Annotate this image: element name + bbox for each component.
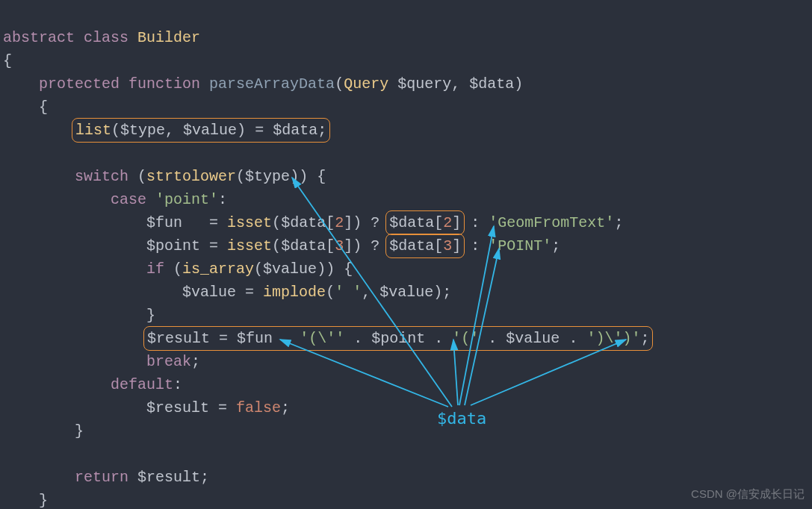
num-2: 2 — [443, 214, 452, 231]
highlight-data2: $data[2] — [385, 210, 465, 235]
num-2: 2 — [335, 214, 344, 231]
op-assign: = — [255, 122, 264, 139]
type-query: Query — [344, 75, 388, 93]
brace-close: } — [146, 307, 155, 324]
var-value: $value — [182, 284, 236, 301]
var-fun: $fun — [237, 330, 273, 347]
str-part2: '(' — [452, 330, 479, 347]
var-result: $result — [147, 330, 210, 347]
brace-close: } — [39, 492, 48, 509]
code-line-14: $result = $fun . '(\'' . $point . '(' . … — [3, 330, 650, 347]
brace-close: } — [75, 422, 84, 440]
var-data: $data — [389, 214, 434, 231]
kw-class: class — [84, 29, 128, 46]
code-line-16: default: — [3, 376, 182, 393]
highlight-result-assign: $result = $fun . '(\'' . $point . '(' . … — [143, 326, 653, 351]
fn-list: list — [75, 122, 111, 139]
code-line-3: protected function parseArrayData(Query … — [3, 75, 523, 93]
highlight-list-assign: list($type, $value) = $data; — [72, 118, 330, 143]
var-value: $value — [379, 284, 433, 301]
var-value: $value — [506, 330, 560, 347]
code-line-18: } — [3, 422, 84, 440]
fn-isset: isset — [227, 214, 272, 231]
code-line-2: { — [3, 52, 12, 69]
kw-abstract: abstract — [3, 29, 75, 46]
code-line-17: $result = false; — [3, 399, 290, 416]
fn-isset: isset — [227, 237, 272, 254]
kw-return: return — [75, 469, 128, 486]
code-line-20: return $result; — [3, 469, 209, 486]
num-3: 3 — [443, 237, 452, 254]
kw-default: default — [111, 376, 173, 393]
const-false: false — [236, 399, 281, 416]
var-data: $data — [281, 214, 326, 231]
fn-isarray: is_array — [182, 260, 254, 278]
var-data: $data — [469, 75, 514, 93]
code-line-21: } — [3, 492, 48, 509]
code-line-15: break; — [3, 353, 200, 370]
brace-open: { — [39, 99, 48, 116]
var-value: $value — [183, 122, 237, 139]
var-data: $data — [389, 237, 434, 254]
code-editor: abstract class Builder { protected funct… — [0, 0, 812, 509]
fn-implode: implode — [263, 284, 326, 301]
kw-case: case — [111, 191, 146, 208]
str-POINT: 'POINT' — [489, 237, 551, 254]
kw-function: function — [128, 75, 200, 93]
kw-break: break — [146, 353, 191, 370]
str-part3: ')\')' — [586, 330, 640, 347]
str-part1: '(\'' — [300, 330, 344, 347]
str-geom: 'GeomFromText' — [489, 214, 614, 231]
str-point: 'point' — [155, 191, 218, 208]
var-fun: $fun — [146, 214, 182, 231]
fn-strtolower: strtolower — [146, 168, 236, 185]
watermark: CSDN @信安成长日记 — [691, 482, 805, 505]
var-query: $query — [397, 75, 451, 93]
fn-name: parseArrayData — [209, 75, 335, 93]
var-type: $type — [120, 122, 165, 139]
code-line-11: if (is_array($value)) { — [3, 260, 353, 278]
var-result: $result — [137, 469, 200, 486]
str-space: ' ' — [335, 284, 362, 301]
var-point: $point — [146, 237, 200, 254]
code-line-10: $point = isset($data[3]) ? $data[3] : 'P… — [3, 237, 560, 254]
kw-protected: protected — [39, 75, 120, 93]
var-point: $point — [371, 330, 425, 347]
brace-open: { — [3, 52, 12, 69]
code-line-13: } — [3, 307, 155, 324]
code-line-8: case 'point': — [3, 191, 227, 208]
var-data: $data — [281, 237, 326, 254]
var-data: $data — [273, 122, 317, 139]
code-line-7: switch (strtolower($type)) { — [3, 168, 326, 185]
highlight-data3: $data[3] — [385, 234, 465, 258]
code-line-12: $value = implode(' ', $value); — [3, 284, 451, 301]
var-result: $result — [146, 399, 209, 416]
var-type: $type — [245, 168, 290, 185]
code-line-1: abstract class Builder — [3, 29, 200, 46]
num-3: 3 — [335, 237, 344, 254]
code-line-9: $fun = isset($data[2]) ? $data[2] : 'Geo… — [3, 214, 623, 231]
class-name: Builder — [137, 29, 200, 46]
code-line-5: list($type, $value) = $data; — [3, 122, 327, 139]
var-value: $value — [263, 260, 317, 278]
kw-if: if — [146, 260, 164, 278]
kw-switch: switch — [75, 168, 128, 185]
annotation-label: $data — [437, 407, 486, 430]
code-line-4: { — [3, 99, 48, 116]
